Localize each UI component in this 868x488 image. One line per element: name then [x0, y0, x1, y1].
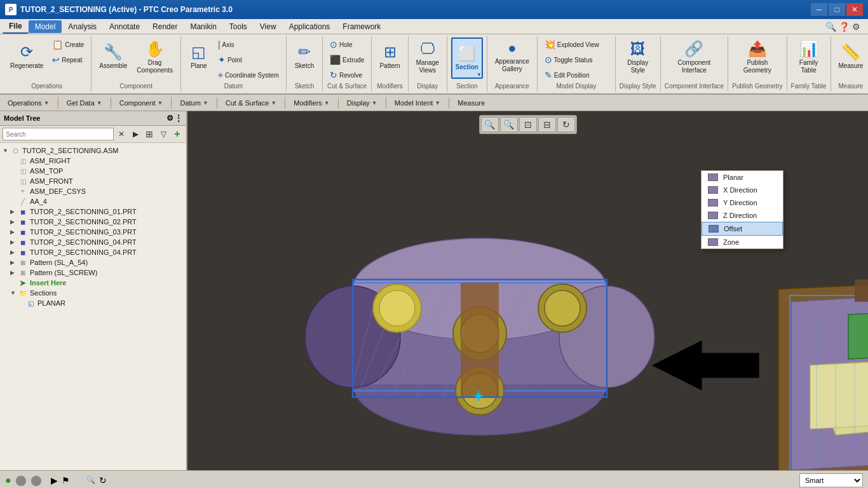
appearance-label: AppearanceGallery [495, 58, 529, 73]
tree-item-prt03[interactable]: ▶ ◼ TUTOR_2_SECTIONING_03.PRT [0, 227, 186, 237]
toggle-status-button[interactable]: ⊙ Toggle Status [541, 53, 611, 67]
tree-expand-btn[interactable]: ⊞ [143, 128, 156, 140]
tree-item-insert-here[interactable]: ➤ Insert Here [0, 278, 186, 288]
section-menu-x-direction[interactable]: X Direction [702, 184, 783, 196]
menu-analysis[interactable]: Analysis [62, 20, 103, 33]
zoom-in-button[interactable]: 🔍 [481, 117, 499, 132]
menu-model[interactable]: Model [29, 20, 62, 33]
tree-columns-icon[interactable]: ⋮ [175, 114, 182, 123]
fit-view-button[interactable]: ⊡ [519, 117, 537, 132]
create-button[interactable]: 📋 Create [49, 37, 87, 51]
cmd-datum-arrow: ▼ [203, 100, 208, 106]
operations-group-label: Operations [31, 83, 62, 90]
zoom-out-button[interactable]: 🔍 [500, 117, 518, 132]
root-label: TUTOR_2_SECTIONING.ASM [22, 147, 118, 154]
tree-item-asm-top[interactable]: ◫ ASM_TOP [0, 166, 186, 176]
tree-search-input[interactable] [3, 128, 114, 140]
cmd-modifiers[interactable]: Modifiers ▼ [290, 98, 334, 108]
pattern-button[interactable]: ⊞ Pattern [376, 37, 403, 76]
tree-navigate-btn[interactable]: ▶ [129, 128, 142, 140]
ribbon-group-display-style: 🖼 DisplayStyle Display Style [616, 36, 661, 92]
regenerate-button[interactable]: ⟳ Regenerate [6, 37, 47, 76]
toggle-label: Toggle Status [554, 57, 593, 64]
settings-icon[interactable]: ⚙ [852, 22, 860, 32]
menu-manikin[interactable]: Manikin [184, 20, 222, 33]
cmd-operations[interactable]: Operations ▼ [4, 98, 53, 108]
rotate-button[interactable]: ↻ [557, 117, 575, 132]
measure-button[interactable]: 📏 Measure [835, 37, 867, 76]
help-search-icon[interactable]: 🔍 [825, 22, 836, 32]
cmd-datum[interactable]: Datum ▼ [176, 98, 212, 108]
cmd-measure-bar[interactable]: Measure [454, 98, 489, 108]
appearance-gallery-button[interactable]: ● AppearanceGallery [491, 37, 533, 76]
plane-button[interactable]: ◱ Plane [185, 37, 213, 76]
axis-button[interactable]: | Axis [215, 37, 282, 51]
tree-item-sections-folder[interactable]: ▼ 📁 Sections [0, 288, 186, 298]
repeat-button[interactable]: ↩ Repeat [49, 53, 87, 67]
section-menu-z-direction[interactable]: Z Direction [702, 209, 783, 222]
assemble-button[interactable]: 🔧 Assemble [95, 37, 131, 76]
cmd-display[interactable]: Display ▼ [343, 98, 381, 108]
menu-annotate[interactable]: Annotate [103, 20, 146, 33]
tree-filter-btn[interactable]: ▽ [157, 128, 170, 140]
section-menu-offset[interactable]: Offset [702, 222, 783, 236]
section-menu-planar[interactable]: Planar [702, 171, 783, 184]
tree-item-asm-front[interactable]: ◫ ASM_FRONT [0, 176, 186, 186]
tree-item-pattern-slscrew[interactable]: ▶ ⊞ Pattern (SL_SCREW) [0, 268, 186, 278]
status-search-icon[interactable]: 🔍 [86, 476, 95, 484]
cmd-datum-label: Datum [180, 99, 200, 107]
tree-item-prt04b[interactable]: ▶ ◼ TUTOR_2_SECTIONING_04.PRT [0, 247, 186, 257]
sketch-group-label: Sketch [295, 83, 315, 90]
menu-file[interactable]: File [3, 20, 29, 34]
minimize-button[interactable]: ─ [811, 3, 827, 16]
display-style-button[interactable]: 🖼 DisplayStyle [623, 37, 652, 77]
extrude-button[interactable]: ⬛ Extrude [327, 53, 367, 67]
tree-item-asm-right[interactable]: ◫ ASM_RIGHT [0, 156, 186, 166]
tree-search-clear[interactable]: ✕ [115, 128, 128, 140]
close-button[interactable]: ✕ [846, 3, 863, 16]
tree-item-aa4[interactable]: ╱ AA_4 [0, 196, 186, 207]
cmd-cut-surface[interactable]: Cut & Surface ▼ [222, 98, 280, 108]
refit-button[interactable]: ⊟ [538, 117, 556, 132]
tree-item-planar[interactable]: ◱ PLANAR [0, 298, 186, 308]
section-menu-y-direction[interactable]: Y Direction [702, 196, 783, 209]
tree-item-asm-csys[interactable]: ⌖ ASM_DEF_CSYS [0, 186, 186, 196]
status-refresh-icon[interactable]: ↻ [99, 475, 107, 485]
tree-add-btn[interactable]: + [171, 128, 184, 140]
section-dropdown-menu[interactable]: Planar X Direction Y Direction Z Directi… [701, 170, 783, 249]
tree-item-prt02[interactable]: ▶ ◼ TUTOR_2_SECTIONING_02.PRT [0, 217, 186, 227]
drag-components-button[interactable]: ✋ DragComponents [133, 37, 177, 77]
exploded-view-button[interactable]: 💥 Exploded View [541, 37, 611, 51]
menu-render[interactable]: Render [146, 20, 184, 33]
maximize-button[interactable]: □ [829, 3, 845, 16]
manage-views-button[interactable]: 🖵 ManageViews [412, 37, 443, 77]
section-menu-zone[interactable]: Zone [702, 236, 783, 248]
tree-item-pattern-sla[interactable]: ▶ ⊞ Pattern (SL_A_54) [0, 257, 186, 268]
menu-view[interactable]: View [254, 20, 283, 33]
menu-applications[interactable]: Applications [283, 20, 337, 33]
cmd-component[interactable]: Component ▼ [116, 98, 167, 108]
component-interface-button[interactable]: 🔗 ComponentInterface [674, 37, 715, 77]
publish-geometry-button[interactable]: 📤 PublishGeometry [740, 37, 775, 77]
viewport[interactable]: 🔍 🔍 ⊡ ⊟ ↻ Offset Section [187, 111, 868, 470]
help-icon[interactable]: ❓ [839, 22, 850, 32]
pattern-group-label: Modifiers [377, 83, 403, 90]
tree-item-root[interactable]: ▼ ⬡ TUTOR_2_SECTIONING.ASM [0, 146, 186, 156]
menu-tools[interactable]: Tools [223, 20, 254, 33]
cmd-model-intent[interactable]: Model Intent ▼ [391, 98, 444, 108]
edit-position-button[interactable]: ✎ Edit Position [541, 68, 611, 82]
coord-system-button[interactable]: ⌖ Coordinate System [215, 68, 282, 83]
svg-rect-25 [461, 283, 499, 397]
tree-settings-icon[interactable]: ⚙ [166, 114, 173, 123]
sketch-button[interactable]: ✏ Sketch [290, 37, 318, 76]
axis-label: Axis [222, 41, 234, 48]
tree-item-prt04a[interactable]: ▶ ◼ TUTOR_2_SECTIONING_04.PRT [0, 237, 186, 247]
menu-framework[interactable]: Framework [336, 20, 387, 33]
revolve-button[interactable]: ↻ Revolve [327, 68, 367, 82]
cmd-get-data[interactable]: Get Data ▼ [63, 98, 106, 108]
family-table-button[interactable]: 📊 FamilyTable [795, 37, 823, 77]
hole-button[interactable]: ⊙ Hole [327, 37, 367, 51]
point-button[interactable]: ✦ Point [215, 53, 282, 67]
display-mode-select[interactable]: Smart [799, 473, 863, 487]
tree-item-prt01[interactable]: ▶ ◼ TUTOR_2_SECTIONING_01.PRT [0, 207, 186, 217]
